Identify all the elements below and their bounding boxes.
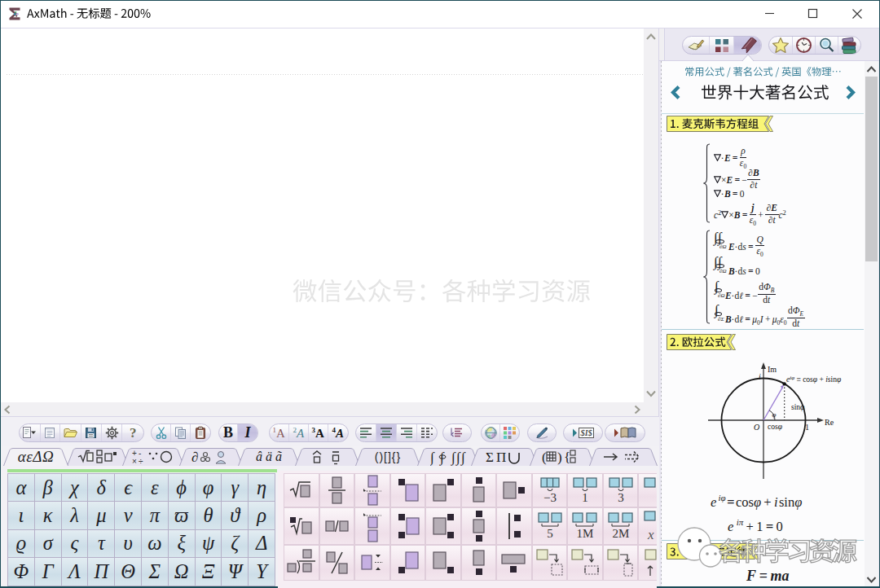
svg-text:Π: Π: [496, 450, 506, 465]
svg-text:5: 5: [547, 527, 553, 540]
svg-text:): ): [557, 450, 562, 465]
svg-text:3: 3: [618, 491, 624, 504]
svg-text:O: O: [754, 423, 759, 432]
svg-text:1M: 1M: [577, 527, 594, 540]
svg-text:∫: ∫: [451, 450, 456, 466]
svg-text:cosφ: cosφ: [768, 423, 782, 431]
svg-text:∫: ∫: [455, 450, 461, 466]
svg-text:∂: ∂: [191, 450, 198, 465]
svg-text:i: i: [759, 372, 761, 381]
svg-text:{: {: [564, 450, 570, 465]
svg-text:∫: ∫: [460, 450, 466, 466]
svg-text:−3: −3: [543, 491, 557, 504]
svg-text:∫: ∫: [439, 450, 445, 466]
svg-text:Im: Im: [768, 365, 777, 374]
svg-text:eiφ ≡ cosφ + isinφ: eiφ ≡ cosφ + isinφ: [786, 375, 841, 384]
svg-text:$I$: $I$: [580, 428, 592, 437]
svg-text:2M: 2M: [612, 527, 629, 540]
svg-text:∫: ∫: [430, 450, 435, 466]
svg-text:Σ: Σ: [486, 450, 494, 465]
svg-text:(: (: [542, 450, 547, 465]
svg-text:×: ×: [132, 457, 137, 465]
svg-text:φ: φ: [772, 410, 777, 419]
svg-text:1: 1: [805, 423, 809, 432]
svg-text:x: x: [647, 527, 654, 542]
svg-text:sinφ: sinφ: [791, 403, 804, 411]
svg-text:÷: ÷: [139, 457, 143, 465]
svg-text:1: 1: [582, 491, 588, 504]
svg-text:Re: Re: [825, 418, 834, 427]
